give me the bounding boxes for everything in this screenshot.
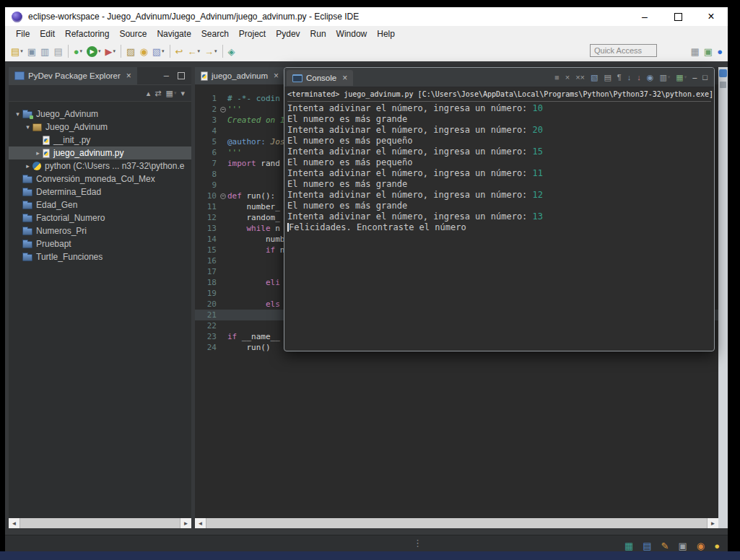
package-tree[interactable]: ▾Juego_Advinum▾Juego_Advinum__init_.py▸j… bbox=[9, 100, 191, 518]
menu-refactoring[interactable]: Refactoring bbox=[60, 27, 114, 40]
remove-all-launches-icon[interactable]: ×× bbox=[573, 71, 587, 84]
pydev-perspective-icon[interactable]: ● bbox=[715, 43, 724, 59]
console-line: Felicidades. Encontraste el número bbox=[287, 222, 711, 233]
minimize-button[interactable]: – bbox=[628, 7, 661, 26]
menu-run[interactable]: Run bbox=[305, 27, 331, 40]
statusbar-overflow-icon[interactable]: ⋮ bbox=[413, 538, 422, 548]
restore-view-icon[interactable] bbox=[719, 69, 727, 77]
minimize-view-icon[interactable]: – bbox=[164, 72, 169, 79]
show-stderr-icon[interactable]: ↓ bbox=[635, 71, 643, 84]
print-icon[interactable]: ▤ bbox=[52, 43, 64, 59]
open-console-icon[interactable]: ▦▾ bbox=[674, 71, 689, 84]
editor-horizontal-scrollbar[interactable]: ◄ ► bbox=[195, 518, 718, 528]
forward-icon-dropdown[interactable]: ▾ bbox=[214, 48, 217, 54]
menu-navigate[interactable]: Navigate bbox=[152, 27, 196, 40]
tab-console[interactable]: Console × bbox=[287, 70, 353, 86]
collapse-all-icon[interactable]: ▴ bbox=[145, 85, 152, 101]
minimize-view-icon[interactable]: – bbox=[690, 71, 699, 84]
word-wrap-icon[interactable]: ¶ bbox=[615, 71, 624, 84]
open-console-icon-dropdown[interactable]: ▾ bbox=[684, 74, 687, 80]
chevron-right-icon[interactable]: ▸ bbox=[33, 149, 43, 157]
export-icon[interactable]: ▨ bbox=[125, 43, 136, 59]
show-stdout-icon[interactable]: ↓ bbox=[625, 71, 634, 84]
tree-item-juego-advinum[interactable]: ▾Juego_Advinum bbox=[9, 121, 191, 134]
search-icon[interactable]: ◉ bbox=[138, 43, 149, 59]
maximize-view-icon[interactable] bbox=[178, 72, 185, 79]
quick-access-input[interactable]: Quick Access bbox=[590, 44, 657, 57]
scroll-lock-icon[interactable]: ▤ bbox=[601, 71, 613, 84]
menu-window[interactable]: Window bbox=[331, 27, 373, 40]
new-wizard-icon-dropdown[interactable]: ▾ bbox=[20, 48, 23, 54]
maximize-view-icon[interactable]: □ bbox=[700, 71, 710, 84]
back-icon[interactable]: ←▾ bbox=[186, 43, 201, 59]
menu-project[interactable]: Project bbox=[234, 27, 271, 40]
fold-marker-icon[interactable] bbox=[219, 107, 227, 113]
tree-item-numeros-pri[interactable]: Numeros_Pri bbox=[9, 224, 191, 237]
last-edit-location-icon[interactable]: ↩ bbox=[174, 43, 185, 59]
tree-item-edad-gen[interactable]: Edad_Gen bbox=[9, 198, 191, 211]
menu-pydev[interactable]: Pydev bbox=[271, 27, 305, 40]
save-all-icon[interactable]: ▥ bbox=[39, 43, 51, 59]
open-perspective-icon[interactable]: ▦ bbox=[689, 43, 701, 59]
display-console-icon[interactable]: ▥▾ bbox=[657, 71, 672, 84]
scroll-right-icon[interactable]: ► bbox=[180, 520, 191, 527]
debug-icon[interactable]: ●▾ bbox=[72, 43, 84, 59]
tab-package-explorer[interactable]: PyDev Package Explorer × bbox=[9, 67, 137, 84]
forward-icon[interactable]: →▾ bbox=[203, 43, 219, 59]
scrollbar-thumb[interactable] bbox=[206, 518, 708, 528]
tree-item-juego-advinum-py[interactable]: ▸juego_advinum.py bbox=[9, 146, 191, 159]
tree-item-init-py[interactable]: __init_.py bbox=[9, 134, 191, 146]
tree-item-juego-advinum[interactable]: ▾Juego_Advinum bbox=[9, 108, 191, 121]
tree-item-pruebapt[interactable]: Pruebapt bbox=[9, 237, 191, 250]
scrollbar-thumb[interactable] bbox=[19, 518, 180, 528]
fast-view-icon[interactable] bbox=[720, 82, 726, 88]
fold-marker-icon[interactable] bbox=[219, 193, 227, 199]
tree-item-conversi-n-moneda-col-mex[interactable]: Conversión_moneda_Col_Mex bbox=[9, 172, 191, 185]
external-tools-icon[interactable]: ▶▾ bbox=[104, 43, 118, 59]
close-icon[interactable]: × bbox=[126, 71, 131, 81]
new-wizard-icon[interactable]: ▤▾ bbox=[9, 43, 25, 59]
maximize-button[interactable] bbox=[661, 7, 695, 26]
menu-file[interactable]: File bbox=[11, 27, 35, 40]
link-with-editor-icon[interactable]: ⇄ bbox=[153, 85, 162, 101]
fold-marker-icon bbox=[220, 107, 226, 113]
run-icon-dropdown[interactable]: ▾ bbox=[98, 48, 101, 54]
pkg-horizontal-scrollbar[interactable]: ◄ ► bbox=[9, 518, 191, 528]
menu-edit[interactable]: Edit bbox=[35, 27, 60, 40]
menu-source[interactable]: Source bbox=[114, 27, 152, 40]
close-icon[interactable]: × bbox=[274, 71, 279, 81]
close-icon[interactable]: × bbox=[342, 73, 347, 83]
remove-launch-icon[interactable]: × bbox=[563, 71, 572, 84]
menu-search[interactable]: Search bbox=[196, 27, 234, 40]
display-console-icon-dropdown[interactable]: ▾ bbox=[668, 74, 671, 80]
open-type-icon-dropdown[interactable]: ▾ bbox=[162, 48, 165, 54]
pin-console-icon[interactable]: ◉ bbox=[645, 71, 656, 84]
open-type-icon[interactable]: ▧▾ bbox=[151, 43, 166, 59]
close-button[interactable]: × bbox=[695, 7, 728, 26]
terminate-icon[interactable]: ■ bbox=[552, 71, 562, 84]
tree-item-turtle-funciones[interactable]: Turtle_Funciones bbox=[9, 250, 191, 263]
chevron-down-icon[interactable]: ▾ bbox=[13, 110, 22, 118]
tree-item-determina-edad[interactable]: Determina_Edad bbox=[9, 185, 191, 198]
scroll-left-icon[interactable]: ◄ bbox=[195, 520, 206, 527]
tree-item-python-c-users-n37-32-python-e[interactable]: ▸python (C:\Users ... n37-32\python.e bbox=[9, 159, 191, 172]
scroll-right-icon[interactable]: ► bbox=[708, 520, 718, 527]
packages-filter-icon-dropdown[interactable]: ▾ bbox=[174, 90, 177, 96]
run-icon[interactable]: ▶▾ bbox=[85, 43, 103, 59]
chevron-down-icon[interactable]: ▾ bbox=[23, 123, 32, 131]
debug-perspective-icon[interactable]: ▣ bbox=[702, 43, 714, 59]
save-icon[interactable]: ▣ bbox=[26, 43, 38, 59]
clear-console-icon[interactable]: ▧ bbox=[588, 71, 600, 84]
packages-filter-icon[interactable]: ▦▾ bbox=[165, 85, 178, 101]
back-icon-dropdown[interactable]: ▾ bbox=[197, 48, 200, 54]
scroll-left-icon[interactable]: ◄ bbox=[9, 520, 19, 527]
chevron-right-icon[interactable]: ▸ bbox=[23, 162, 32, 170]
console-output[interactable]: <terminated> juego_advinum.py [C:\Users\… bbox=[284, 87, 714, 351]
tree-item-factorial-numero[interactable]: Factorial_Numero bbox=[9, 211, 191, 224]
external-tools-icon-dropdown[interactable]: ▾ bbox=[113, 48, 116, 54]
new-pydev-module-icon[interactable]: ◈ bbox=[227, 43, 237, 59]
menu-help[interactable]: Help bbox=[372, 27, 400, 40]
debug-icon-dropdown[interactable]: ▾ bbox=[80, 48, 83, 54]
view-menu-icon[interactable]: ▾ bbox=[179, 85, 186, 101]
tab-juego-advinum[interactable]: juego_advinum × bbox=[195, 67, 284, 84]
